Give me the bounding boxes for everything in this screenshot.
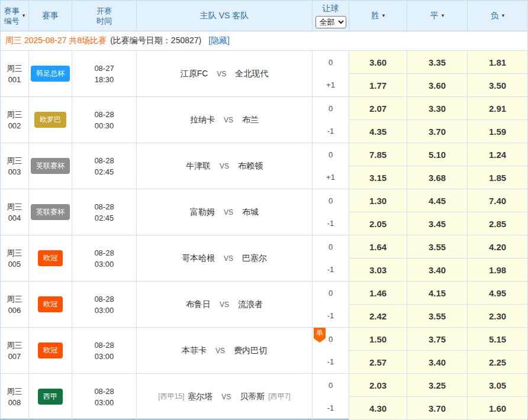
column-header-match-number[interactable]: 赛事 编号 ▾	[1, 1, 29, 31]
away-team[interactable]: 巴塞尔	[242, 253, 267, 264]
draw-odds-line2[interactable]: 3.40	[407, 259, 467, 281]
column-header-draw[interactable]: 平 ▾	[407, 1, 468, 31]
win-sort-caret-icon[interactable]: ▾	[382, 13, 385, 18]
home-team[interactable]: 江原FC	[181, 69, 208, 79]
draw-odds-line1[interactable]: 3.75	[407, 328, 467, 351]
column-header-win[interactable]: 胜 ▾	[349, 1, 407, 31]
lose-odds-line1[interactable]: 4.20	[468, 235, 527, 259]
win-odds-line1[interactable]: 3.60	[349, 51, 407, 74]
home-team[interactable]: 布鲁日	[186, 299, 211, 310]
draw-odds-line2[interactable]: 3.40	[407, 351, 467, 373]
draw-odds-line2[interactable]: 3.70	[407, 397, 467, 419]
home-team[interactable]: 牛津联	[186, 161, 211, 172]
win-odds-line2[interactable]: 2.05	[349, 212, 407, 235]
league-badge[interactable]: 韩足总杯	[31, 66, 70, 82]
draw-odds-line2[interactable]: 3.60	[407, 74, 467, 96]
draw-odds-line2[interactable]: 3.70	[407, 120, 467, 143]
start-time-cell: 08-28 03:00	[72, 235, 137, 282]
lose-odds-line2[interactable]: 1.98	[468, 259, 527, 281]
lose-odds-line2[interactable]: 2.25	[468, 351, 527, 373]
win-odds-line1[interactable]: 2.07	[349, 97, 407, 120]
league-badge[interactable]: 欧罗巴	[34, 112, 66, 128]
away-team[interactable]: 布赖顿	[238, 161, 263, 172]
win-odds-line2[interactable]: 4.35	[349, 120, 407, 143]
win-odds-line1[interactable]: 1.50	[349, 328, 407, 351]
lose-odds-line1[interactable]: 7.40	[468, 189, 527, 212]
matchup-cell[interactable]: 哥本哈根 VS 巴塞尔	[137, 235, 313, 282]
draw-sort-caret-icon[interactable]: ▾	[442, 13, 445, 18]
draw-odds-line2[interactable]: 3.55	[407, 305, 467, 327]
lose-odds-line1[interactable]: 5.15	[468, 328, 527, 351]
win-odds-line1[interactable]: 1.46	[349, 282, 407, 305]
matchup-cell[interactable]: 江原FC VS 全北现代	[137, 51, 313, 97]
draw-odds-cell: 3.35 3.60	[407, 51, 468, 97]
matchup-cell[interactable]: [西甲15] 塞尔塔 VS 贝蒂斯 [西甲7]	[137, 374, 313, 420]
home-team[interactable]: 本菲卡	[182, 345, 207, 356]
league-badge[interactable]: 欧冠	[38, 250, 63, 266]
draw-odds-line2[interactable]: 3.45	[407, 212, 467, 235]
match-row: 周三 002 欧罗巴 08-28 00:30 拉纳卡 VS 布兰 0 -1 2.…	[1, 97, 527, 143]
draw-odds-line1[interactable]: 4.45	[407, 189, 467, 212]
date-bar-note: (比赛编号日期：250827)	[110, 35, 201, 46]
lose-odds-line2[interactable]: 2.30	[468, 305, 527, 327]
lose-sort-caret-icon[interactable]: ▾	[502, 13, 505, 18]
home-team[interactable]: 富勒姆	[190, 207, 215, 218]
win-odds-line2[interactable]: 3.03	[349, 259, 407, 281]
lose-odds-line1[interactable]: 2.91	[468, 97, 527, 120]
win-odds-line1[interactable]: 1.64	[349, 235, 407, 259]
date-bar-title: 周三 2025-08-27 共8场比赛	[5, 35, 107, 46]
win-odds-line2[interactable]: 4.30	[349, 397, 407, 419]
draw-odds-line1[interactable]: 4.15	[407, 282, 467, 305]
win-odds-line1[interactable]: 7.85	[349, 143, 407, 166]
match-time: 00:30	[95, 120, 114, 131]
matchup-cell[interactable]: 拉纳卡 VS 布兰	[137, 97, 313, 143]
hide-link[interactable]: [隐藏]	[208, 35, 230, 46]
draw-odds-line1[interactable]: 3.25	[407, 374, 467, 397]
lose-odds-line2[interactable]: 1.60	[468, 397, 527, 419]
away-team[interactable]: 贝蒂斯	[240, 392, 265, 402]
draw-odds-line2[interactable]: 3.68	[407, 166, 467, 189]
lose-odds-line1[interactable]: 1.81	[468, 51, 527, 74]
lose-odds-line1[interactable]: 1.24	[468, 143, 527, 166]
draw-odds-line1[interactable]: 5.10	[407, 143, 467, 166]
lose-odds-line2[interactable]: 2.85	[468, 212, 527, 235]
vs-label: VS	[221, 393, 231, 401]
draw-odds-line1[interactable]: 3.30	[407, 97, 467, 120]
league-badge[interactable]: 西甲	[38, 389, 63, 405]
win-odds-line2[interactable]: 2.57	[349, 351, 407, 373]
league-badge[interactable]: 英联赛杯	[31, 158, 70, 174]
draw-odds-line1[interactable]: 3.55	[407, 235, 467, 259]
league-badge[interactable]: 欧冠	[38, 296, 63, 312]
away-team[interactable]: 布兰	[242, 115, 259, 125]
sort-caret-icon[interactable]: ▾	[22, 13, 25, 18]
lose-odds-line2[interactable]: 1.59	[468, 120, 527, 143]
away-team[interactable]: 费内巴切	[234, 345, 267, 356]
matchup-cell[interactable]: 本菲卡 VS 费内巴切	[137, 328, 313, 374]
lose-odds-line2[interactable]: 1.85	[468, 166, 527, 189]
win-odds-line2[interactable]: 2.42	[349, 305, 407, 327]
lose-odds-line1[interactable]: 3.05	[468, 374, 527, 397]
matchup-cell[interactable]: 富勒姆 VS 布城	[137, 189, 313, 235]
column-header-lose[interactable]: 负 ▾	[468, 1, 527, 31]
home-team[interactable]: 拉纳卡	[190, 115, 215, 125]
lose-odds-line1[interactable]: 4.95	[468, 282, 527, 305]
win-odds-line2[interactable]: 1.77	[349, 74, 407, 96]
win-odds-line2[interactable]: 3.15	[349, 166, 407, 189]
lose-odds-line2[interactable]: 3.50	[468, 74, 527, 96]
away-team[interactable]: 布城	[242, 207, 259, 218]
home-team[interactable]: 哥本哈根	[182, 253, 215, 264]
handicap-filter-select[interactable]: 全部	[315, 16, 346, 28]
win-odds-line1[interactable]: 1.30	[349, 189, 407, 212]
league-badge[interactable]: 欧冠	[38, 343, 63, 358]
draw-odds-line1[interactable]: 3.35	[407, 51, 467, 74]
matchup-cell[interactable]: 布鲁日 VS 流浪者	[137, 282, 313, 328]
league-badge[interactable]: 英联赛杯	[31, 204, 70, 220]
handicap-cell: 0 +1	[313, 51, 349, 97]
away-team[interactable]: 全北现代	[235, 69, 268, 79]
win-odds-line1[interactable]: 2.03	[349, 374, 407, 397]
matchup-cell[interactable]: 牛津联 VS 布赖顿	[137, 143, 313, 189]
column-header-league: 赛事	[29, 1, 72, 31]
lose-odds-cell: 1.24 1.85	[468, 143, 527, 189]
away-team[interactable]: 流浪者	[238, 299, 263, 310]
home-team[interactable]: 塞尔塔	[188, 392, 213, 402]
